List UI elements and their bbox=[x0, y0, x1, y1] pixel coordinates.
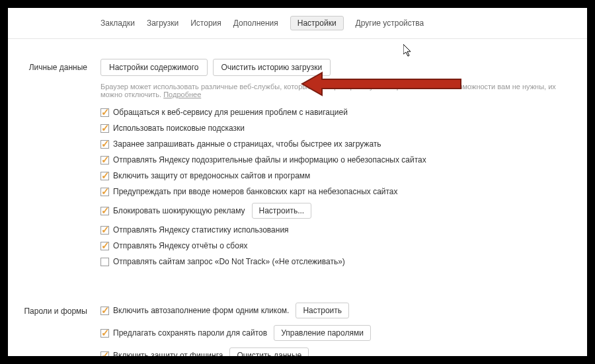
checkbox-icon[interactable] bbox=[100, 108, 109, 117]
checkbox-icon[interactable] bbox=[100, 329, 109, 338]
checkbox-label: Включить автозаполнение форм одним клико… bbox=[113, 306, 289, 315]
checkbox-icon[interactable] bbox=[100, 226, 109, 235]
checkbox-label: Отправлять Яндексу отчёты о сбоях bbox=[113, 241, 247, 250]
checkbox-icon[interactable] bbox=[100, 188, 109, 196]
tab-bookmarks[interactable]: Закладки bbox=[100, 18, 135, 28]
checkbox-icon[interactable] bbox=[100, 258, 109, 266]
section-personal-data: Личные данные Настройки содержимого Очис… bbox=[8, 52, 587, 279]
checkbox-icon[interactable] bbox=[100, 307, 109, 315]
checkbox-label: Блокировать шокирующую рекламу bbox=[113, 206, 245, 215]
opt-send-stats: Отправлять Яндексу статистику использова… bbox=[100, 225, 574, 235]
checkbox-label: Включить защиту от вредоносных сайтов и … bbox=[113, 171, 310, 180]
checkbox-label: Заранее запрашивать данные о страницах, … bbox=[113, 139, 381, 149]
manage-passwords-button[interactable]: Управление паролями bbox=[274, 325, 371, 341]
opt-prefetch: Заранее запрашивать данные о страницах, … bbox=[100, 139, 574, 149]
checkbox-icon[interactable] bbox=[100, 351, 109, 360]
checkbox-icon[interactable] bbox=[100, 156, 109, 164]
opt-save-passwords: Предлагать сохранять пароли для сайтов У… bbox=[100, 325, 574, 341]
opt-malware-protect: Включить защиту от вредоносных сайтов и … bbox=[100, 171, 574, 180]
checkbox-icon[interactable] bbox=[100, 207, 109, 215]
opt-phishing-protect: Включить защиту от фишинга Очистить данн… bbox=[100, 347, 574, 363]
tab-history[interactable]: История bbox=[190, 18, 221, 28]
checkbox-icon[interactable] bbox=[100, 124, 109, 133]
checkbox-label: Обращаться к веб-сервису для решения про… bbox=[113, 108, 348, 117]
tab-settings[interactable]: Настройки bbox=[290, 16, 344, 30]
tab-addons[interactable]: Дополнения bbox=[233, 18, 278, 28]
hint-more-link[interactable]: Подробнее bbox=[163, 91, 201, 98]
opt-block-shock-ads: Блокировать шокирующую рекламу Настроить… bbox=[100, 203, 574, 219]
opt-send-crash: Отправлять Яндексу отчёты о сбоях bbox=[100, 241, 574, 250]
section-title-personal: Личные данные bbox=[8, 59, 100, 72]
opt-search-suggest: Использовать поисковые подсказки bbox=[100, 124, 574, 133]
content-settings-button[interactable]: Настройки содержимого bbox=[100, 59, 208, 76]
tab-downloads[interactable]: Загрузки bbox=[147, 18, 178, 28]
section-title-passwords: Пароли и формы bbox=[8, 303, 100, 316]
personal-hint: Браузер может использовать различные веб… bbox=[100, 83, 574, 98]
top-nav: Закладки Загрузки История Дополнения Нас… bbox=[8, 8, 587, 39]
opt-send-suspicious: Отправлять Яндексу подозрительные файлы … bbox=[100, 155, 574, 164]
configure-ads-button[interactable]: Настроить... bbox=[252, 203, 312, 219]
tab-other-devices[interactable]: Другие устройства bbox=[356, 18, 424, 28]
checkbox-label: Отправлять Яндексу статистику использова… bbox=[113, 225, 289, 235]
checkbox-icon[interactable] bbox=[100, 140, 109, 149]
opt-do-not-track: Отправлять сайтам запрос «Do Not Track» … bbox=[100, 257, 574, 266]
clear-download-history-button[interactable]: Очистить историю загрузки bbox=[213, 59, 331, 76]
opt-card-warn: Предупреждать при вводе номеров банковск… bbox=[100, 187, 574, 196]
checkbox-label: Включить защиту от фишинга bbox=[113, 351, 223, 360]
checkbox-label: Предлагать сохранять пароли для сайтов bbox=[113, 328, 267, 338]
checkbox-label: Использовать поисковые подсказки bbox=[113, 124, 245, 133]
checkbox-icon[interactable] bbox=[100, 172, 109, 180]
configure-autofill-button[interactable]: Настроить bbox=[296, 303, 349, 318]
opt-nav-webservice: Обращаться к веб-сервису для решения про… bbox=[100, 108, 574, 117]
section-passwords-forms: Пароли и формы Включить автозаполнение ф… bbox=[8, 296, 587, 364]
clear-data-button[interactable]: Очистить данные bbox=[229, 347, 309, 363]
checkbox-label: Отправлять сайтам запрос «Do Not Track» … bbox=[113, 257, 345, 266]
checkbox-label: Предупреждать при вводе номеров банковск… bbox=[113, 187, 398, 196]
checkbox-icon[interactable] bbox=[100, 242, 109, 250]
opt-autofill: Включить автозаполнение форм одним клико… bbox=[100, 303, 574, 318]
checkbox-label: Отправлять Яндексу подозрительные файлы … bbox=[113, 155, 426, 164]
